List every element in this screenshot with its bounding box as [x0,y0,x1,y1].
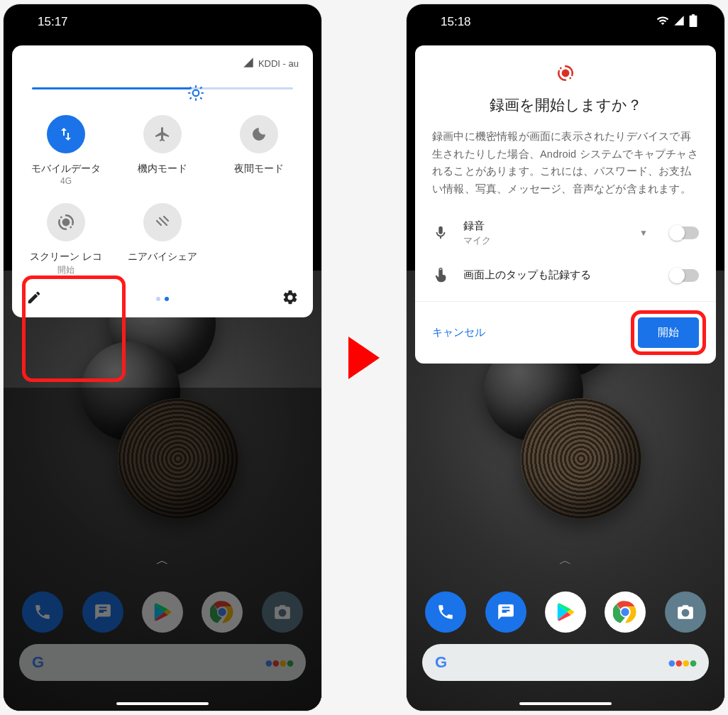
dialog-title: 録画を開始しますか？ [415,95,716,128]
svg-point-6 [562,70,570,77]
status-time: 15:17 [38,15,68,29]
taps-toggle[interactable] [671,269,699,282]
home-indicator[interactable] [116,702,209,705]
qs-tile-screen-record[interactable]: スクリーン レコ 開始 [18,196,114,286]
status-time: 15:18 [441,15,471,29]
record-icon [47,203,85,241]
cancel-button[interactable]: キャンセル [432,326,485,339]
signal-icon [243,57,254,70]
search-bar[interactable]: G ●●●● [422,644,709,681]
home-indicator[interactable] [519,702,612,705]
qs-tile-airplane[interactable]: 機内モード [114,108,211,196]
edit-icon[interactable] [26,290,42,308]
camera-app-icon[interactable] [665,591,706,633]
svg-point-4 [219,608,226,616]
chevron-up-icon[interactable]: ︿ [559,552,572,569]
dialog-body: 録画中に機密情報が画面に表示されたりデバイスで再生されたりした場合、Androi… [415,128,716,209]
gear-icon[interactable] [282,289,299,309]
svg-point-1 [62,219,70,226]
battery-icon [689,14,697,31]
qs-tile-sub: 開始 [57,264,75,276]
swap-vert-icon [47,115,85,153]
signal-icon [673,15,685,30]
assistant-icon[interactable]: ●●●● [668,655,696,671]
status-bar: 15:18 [407,4,724,40]
qs-tile-label: 機内モード [138,162,187,175]
page-dots [156,297,169,301]
qs-tile-mobile-data[interactable]: モバイルデータ 4G [18,108,114,196]
phone-app-icon[interactable] [22,591,63,633]
taps-row[interactable]: 画面上のタップも記録する [415,257,716,294]
svg-point-5 [280,611,285,616]
carrier-label: KDDI - au [258,58,299,69]
brightness-thumb-icon[interactable] [186,83,206,103]
wifi-icon [656,14,669,31]
svg-point-11 [683,611,688,616]
audio-label: 録音 [463,219,625,233]
taps-label: 画面上のタップも記録する [463,268,656,282]
phone-right: 15:18 録画を開始しますか？ [406,4,725,711]
chevron-down-icon[interactable]: ▼ [639,228,648,238]
assistant-icon[interactable]: ●●●● [265,655,293,671]
chrome-app-icon[interactable] [202,591,243,633]
audio-toggle[interactable] [671,226,699,239]
play-store-icon[interactable] [545,591,586,633]
play-store-icon[interactable] [142,591,183,633]
google-logo-icon: G [32,653,44,672]
qs-header: KDDI - au [12,57,313,77]
google-logo-icon: G [435,653,447,672]
start-button[interactable]: 開始 [638,317,699,348]
qs-footer [12,286,313,309]
qs-tile-nearby-share[interactable]: ニアバイシェア [114,196,211,286]
qs-tile-night[interactable]: 夜間モード [211,108,307,196]
qs-tile-label: スクリーン レコ [30,250,102,263]
svg-point-10 [622,608,629,616]
quick-settings-panel: KDDI - au モバ [12,45,313,317]
messages-app-icon[interactable] [82,591,123,633]
touch-icon [432,267,449,284]
phone-left: 15:17 KDDI - au [3,4,322,711]
chrome-app-icon[interactable] [605,591,646,633]
moon-icon [240,115,278,153]
audio-sub: マイク [463,234,625,247]
audio-row[interactable]: 録音 マイク ▼ [415,209,716,257]
arrow-right-icon [348,337,380,379]
search-bar[interactable]: G ●●●● [19,644,306,681]
qs-tile-label: ニアバイシェア [128,250,197,263]
dialog-actions: キャンセル 開始 [415,301,716,364]
qs-tile-sub: 4G [60,176,72,186]
qs-tile-label: モバイルデータ [31,162,101,175]
camera-app-icon[interactable] [262,591,303,633]
status-bar: 15:17 [4,4,321,40]
brightness-slider[interactable] [12,77,313,108]
chevron-up-icon[interactable]: ︿ [156,552,169,569]
svg-point-0 [192,89,199,96]
dock [407,591,724,633]
phone-app-icon[interactable] [425,591,466,633]
qs-tile-grid: モバイルデータ 4G 機内モード 夜間モード [12,108,313,286]
messages-app-icon[interactable] [485,591,526,633]
nearby-icon [143,203,182,241]
dock [4,591,321,633]
record-dialog: 録画を開始しますか？ 録画中に機密情報が画面に表示されたりデバイスで再生されたり… [415,45,716,364]
record-icon [415,60,716,95]
airplane-icon [143,115,182,153]
qs-tile-label: 夜間モード [234,162,284,175]
mic-icon [432,224,449,241]
